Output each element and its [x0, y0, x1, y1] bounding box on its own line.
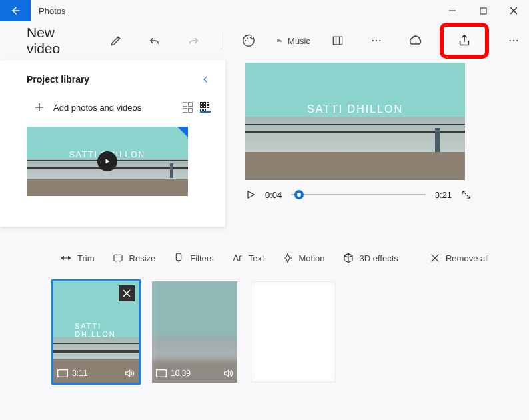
clips-row: SATTI DHILLON 3:11 10.39 — [33, 269, 529, 383]
project-library-title: Project library — [27, 74, 89, 85]
export-button[interactable] — [453, 29, 476, 52]
svg-rect-0 — [480, 8, 486, 14]
titlebar: Photos — [0, 0, 529, 21]
svg-point-9 — [513, 40, 514, 41]
resize-icon — [112, 252, 124, 264]
toolbar: New video Music — [0, 21, 529, 60]
volume-icon[interactable] — [124, 368, 135, 379]
svg-rect-4 — [333, 37, 342, 45]
preview-caption: SATTI DHILLON — [307, 103, 403, 115]
svg-point-5 — [372, 40, 374, 41]
svg-point-8 — [510, 40, 511, 41]
grid-view-small-button[interactable] — [200, 102, 211, 113]
svg-rect-12 — [177, 253, 182, 261]
svg-rect-13 — [58, 370, 68, 377]
x-icon — [430, 253, 440, 263]
remove-clip-button[interactable] — [119, 285, 135, 301]
undo-button[interactable] — [143, 29, 166, 52]
aspect-icon — [156, 369, 167, 377]
grid-view-large-button[interactable] — [183, 102, 193, 113]
fullscreen-button[interactable] — [461, 189, 472, 200]
redo-button[interactable] — [182, 29, 205, 52]
close-button[interactable] — [498, 0, 529, 21]
play-thumbnail-button[interactable] — [97, 151, 117, 171]
play-button[interactable] — [245, 189, 256, 200]
edit-title-button[interactable] — [105, 29, 127, 52]
timeline-tools: Trim Resize Filters Text Motion 3D effec… — [33, 247, 529, 269]
music-button[interactable]: Music — [276, 29, 310, 52]
filters-icon — [173, 252, 185, 264]
svg-point-2 — [247, 37, 248, 39]
export-highlight — [440, 23, 489, 59]
aspect-icon — [57, 369, 68, 377]
total-time: 3:21 — [435, 190, 452, 200]
svg-point-7 — [379, 40, 380, 41]
collapse-panel-button[interactable] — [201, 72, 211, 87]
preview-area: SATTI DHILLON 0:04 3:21 — [245, 60, 529, 227]
plus-icon — [33, 101, 45, 113]
remove-all-button[interactable]: Remove all — [430, 247, 489, 269]
filters-button[interactable]: Filters — [173, 247, 213, 269]
library-thumbnail[interactable]: SATTI DHILLON — [27, 127, 188, 196]
project-title: New video — [27, 25, 83, 57]
seek-thumb[interactable] — [294, 190, 304, 199]
clip-duration: 10.39 — [171, 369, 191, 378]
cloud-sync-button[interactable] — [404, 29, 426, 52]
fold-indicator-icon — [177, 127, 188, 137]
seek-bar[interactable] — [291, 194, 425, 195]
theme-button[interactable] — [237, 29, 260, 52]
svg-point-6 — [376, 40, 377, 41]
cube-icon — [342, 252, 354, 264]
back-button[interactable] — [0, 0, 31, 21]
content-upper: Project library Add photos and videos SA… — [0, 60, 529, 227]
svg-point-3 — [250, 37, 251, 39]
svg-rect-14 — [157, 370, 167, 377]
svg-point-1 — [245, 40, 246, 41]
motion-button[interactable]: Motion — [282, 247, 325, 269]
current-time: 0:04 — [265, 190, 282, 200]
clip-item[interactable]: SATTI DHILLON 3:11 — [53, 281, 139, 383]
svg-rect-11 — [114, 255, 122, 261]
preview-video[interactable]: SATTI DHILLON — [245, 63, 465, 180]
separator — [221, 32, 221, 49]
aspect-ratio-button[interactable] — [326, 29, 349, 52]
3d-effects-button[interactable]: 3D effects — [342, 247, 398, 269]
add-media-button[interactable]: Add photos and videos — [33, 101, 141, 113]
add-media-label: Add photos and videos — [53, 103, 141, 113]
clip-duration: 3:11 — [72, 369, 87, 378]
window-controls — [437, 0, 529, 21]
maximize-button[interactable] — [468, 0, 498, 21]
clip-caption: SATTI DHILLON — [75, 322, 117, 338]
svg-point-10 — [516, 40, 518, 41]
resize-button[interactable]: Resize — [112, 247, 156, 269]
project-library-panel: Project library Add photos and videos SA… — [0, 60, 225, 227]
trim-button[interactable]: Trim — [60, 247, 95, 269]
text-button[interactable]: Text — [231, 247, 264, 269]
timeline-section: Trim Resize Filters Text Motion 3D effec… — [0, 227, 529, 383]
motion-icon — [282, 252, 294, 264]
more-options-button[interactable] — [365, 29, 388, 52]
minimize-button[interactable] — [437, 0, 468, 21]
clip-item[interactable]: 10.39 — [152, 281, 237, 383]
music-label: Music — [288, 36, 310, 46]
app-title: Photos — [39, 6, 437, 16]
player-controls: 0:04 3:21 — [245, 189, 472, 200]
empty-clip-slot[interactable] — [251, 281, 336, 383]
text-icon — [231, 252, 243, 264]
more-menu-button[interactable] — [502, 29, 525, 52]
trim-icon — [60, 252, 72, 264]
volume-icon[interactable] — [223, 368, 233, 379]
